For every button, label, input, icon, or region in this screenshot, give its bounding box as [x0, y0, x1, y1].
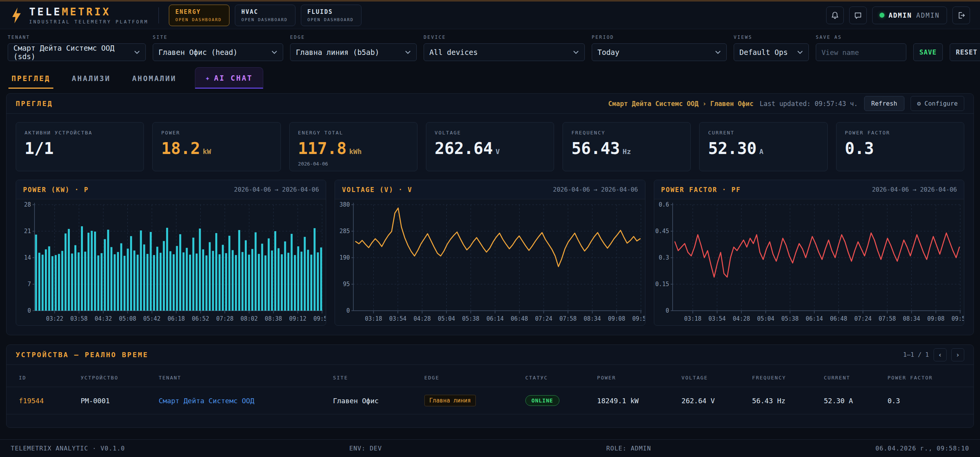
tab-ai-chat[interactable]: ✦ AI CHAT	[195, 67, 263, 89]
user-menu[interactable]: ADMIN ADMIN	[872, 7, 947, 24]
svg-text:03:54: 03:54	[708, 315, 726, 322]
power-chart-card: POWER (KW) · P 2026-04-06 → 2026-04-06 0…	[16, 180, 326, 326]
voltage-chart-title: VOLTAGE (V) · V	[342, 186, 412, 194]
device-power: 18249.1 kW	[592, 387, 677, 414]
voltage-line-chart: 09519028538003:1803:5404:2805:0405:3806:…	[335, 199, 645, 325]
site-select[interactable]: Главен Офис (head)	[153, 43, 283, 61]
table-row: f19544 PM-0001 Смарт Дейта Системс ООД Г…	[7, 387, 973, 414]
device-frequency: 56.43 Hz	[747, 387, 819, 414]
svg-text:08:34: 08:34	[903, 315, 920, 322]
svg-text:03:18: 03:18	[365, 315, 382, 322]
svg-text:0.15: 0.15	[655, 281, 669, 288]
breadcrumb[interactable]: Смарт Дейта Системс ООД › Главен Офис	[608, 100, 754, 108]
svg-text:07:24: 07:24	[535, 315, 553, 322]
nav-hvac-dashboard[interactable]: HVAC OPEN DASHBOARD	[235, 5, 295, 26]
svg-text:03:18: 03:18	[684, 315, 701, 322]
kpi-active-devices: АКТИВНИ УСТРОЙСТВА 1/1	[16, 122, 144, 171]
refresh-button[interactable]: Refresh	[864, 96, 904, 111]
tenant-select[interactable]: Смарт Дейта Системс ООД (sds)	[8, 43, 146, 61]
tenant-filter: TENANT Смарт Дейта Системс ООД (sds)	[8, 35, 146, 61]
tenant-link[interactable]: Смарт Дейта Системс ООД	[158, 397, 254, 405]
svg-text:0.3: 0.3	[659, 254, 669, 261]
user-role: ADMIN	[916, 12, 940, 19]
bell-icon	[831, 11, 839, 20]
table-padding	[7, 414, 973, 427]
views-filter: VIEWS Default Ops	[734, 35, 809, 61]
view-name-input[interactable]	[816, 43, 906, 61]
device-site: Главен Офис	[328, 387, 420, 414]
device-select[interactable]: All devices	[424, 43, 585, 61]
svg-text:09:12: 09:12	[289, 315, 306, 322]
save-view-button[interactable]: SAVE	[913, 43, 943, 61]
kpi-power-factor: POWER FACTOR 0.3	[836, 122, 964, 171]
tab-anomalii[interactable]: АНОМАЛИИ	[129, 68, 180, 89]
kpi-frequency: FREQUENCY 56.43Hz	[563, 122, 691, 171]
svg-text:05:42: 05:42	[143, 315, 160, 322]
svg-text:09:57: 09:57	[313, 315, 326, 322]
svg-text:06:48: 06:48	[830, 315, 847, 322]
tab-pregled[interactable]: ПРЕГЛЕД	[8, 68, 53, 89]
header-divider	[158, 7, 159, 23]
svg-text:28: 28	[24, 201, 31, 208]
power-chart-range: 2026-04-06 → 2026-04-06	[234, 186, 319, 193]
svg-text:04:28: 04:28	[733, 315, 750, 322]
power-chart-title: POWER (KW) · P	[23, 186, 89, 194]
period-filter: PERIOD Today	[592, 35, 727, 61]
svg-text:08:02: 08:02	[241, 315, 258, 322]
logout-button[interactable]	[952, 7, 970, 24]
svg-text:0: 0	[28, 307, 31, 314]
chevron-down-icon	[134, 50, 140, 54]
svg-text:05:08: 05:08	[119, 315, 136, 322]
svg-text:03:58: 03:58	[70, 315, 87, 322]
configure-button[interactable]: ⚙ Configure	[911, 96, 964, 111]
svg-text:08:38: 08:38	[265, 315, 282, 322]
chevron-down-icon	[715, 50, 721, 54]
table-header-row: ID УСТРОЙСТВО TENANT SITE EDGE СТАТУС PO…	[7, 366, 973, 387]
footer-role: ROLE: ADMIN	[606, 445, 651, 452]
sparkle-icon: ✦	[205, 73, 210, 83]
svg-text:05:04: 05:04	[438, 315, 455, 322]
svg-text:06:52: 06:52	[192, 315, 209, 322]
pagination: 1–1 / 1 ‹ ›	[903, 348, 964, 361]
save-as-group: SAVE AS	[816, 35, 906, 61]
chevron-down-icon	[271, 50, 277, 54]
overview-panel: ПРЕГЛЕД Смарт Дейта Системс ООД › Главен…	[6, 93, 974, 335]
last-updated: Last updated: 09:57:43 ч.	[760, 100, 858, 108]
messages-button[interactable]	[849, 7, 867, 24]
kpi-power: POWER 18.2kW	[152, 122, 280, 171]
views-select[interactable]: Default Ops	[734, 43, 809, 61]
prev-page-button[interactable]: ‹	[934, 348, 947, 361]
edge-select[interactable]: Главна линия (b5ab)	[290, 43, 417, 61]
pagination-label: 1–1 / 1	[903, 351, 929, 358]
svg-text:04:28: 04:28	[414, 315, 431, 322]
period-select[interactable]: Today	[592, 43, 727, 61]
footer-env: ENV: DEV	[349, 445, 382, 452]
pf-chart-title: POWER FACTOR · PF	[661, 186, 741, 194]
pf-line-chart: 00.150.30.450.603:1803:5404:2805:0405:38…	[654, 199, 964, 325]
svg-text:0: 0	[666, 307, 669, 314]
status-bar: TELEMETRIX ANALYTIC · V0.1.0 ENV: DEV RO…	[0, 439, 980, 457]
next-page-button[interactable]: ›	[951, 348, 964, 361]
devices-panel: УСТРОЙСТВА — РЕАЛНО ВРЕМЕ 1–1 / 1 ‹ › ID…	[6, 344, 974, 428]
svg-text:285: 285	[340, 228, 350, 235]
filter-bar: TENANT Смарт Дейта Системс ООД (sds) SIT…	[0, 29, 980, 67]
reset-filters-button[interactable]: RESET	[950, 43, 980, 61]
charts-row: POWER (KW) · P 2026-04-06 → 2026-04-06 0…	[7, 171, 973, 335]
site-filter: SITE Главен Офис (head)	[153, 35, 283, 61]
tab-analizi[interactable]: АНАЛИЗИ	[69, 68, 114, 89]
svg-text:05:38: 05:38	[462, 315, 480, 322]
edge-filter: EDGE Главна линия (b5ab)	[290, 35, 417, 61]
svg-text:03:22: 03:22	[46, 315, 63, 322]
svg-text:07:58: 07:58	[559, 315, 577, 322]
nav-energy-dashboard[interactable]: ENERGY OPEN DASHBOARD	[169, 5, 229, 26]
svg-text:06:14: 06:14	[805, 315, 823, 322]
chevron-down-icon	[797, 50, 803, 54]
svg-text:03:54: 03:54	[389, 315, 407, 322]
svg-text:190: 190	[340, 254, 350, 261]
notifications-button[interactable]	[826, 7, 844, 24]
svg-text:05:04: 05:04	[757, 315, 774, 322]
nav-fluids-dashboard[interactable]: FLUIDS OPEN DASHBOARD	[301, 5, 361, 26]
voltage-chart-card: VOLTAGE (V) · V 2026-04-06 → 2026-04-06 …	[335, 180, 645, 326]
svg-text:07:28: 07:28	[216, 315, 233, 322]
device-pf: 0.3	[883, 387, 973, 414]
